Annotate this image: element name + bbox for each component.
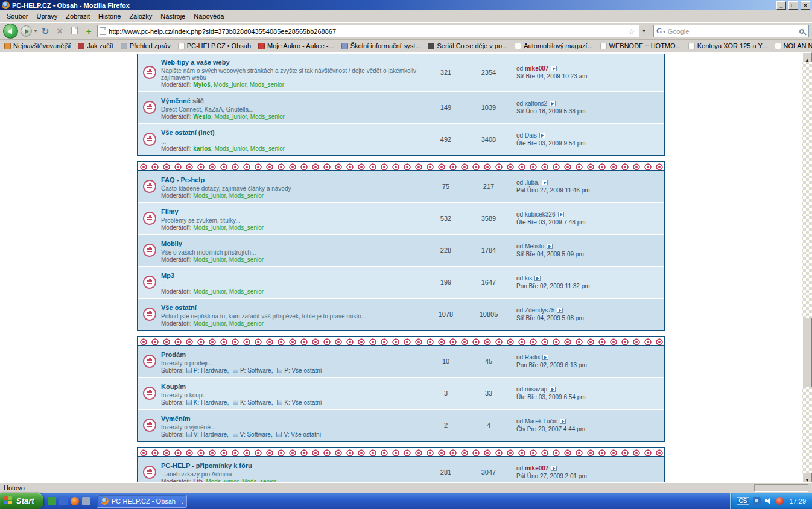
- menu-view[interactable]: Zobrazit: [62, 11, 94, 22]
- search-magnifier-icon[interactable]: [799, 29, 804, 34]
- menu-file[interactable]: Soubor: [2, 11, 32, 22]
- last-poster-link[interactable]: Dais: [525, 132, 537, 139]
- forum-link[interactable]: FAQ - Pc-help: [161, 176, 205, 183]
- menu-bookmarks[interactable]: Záložky: [125, 11, 156, 22]
- subforum-link[interactable]: K: Software: [230, 399, 274, 406]
- subforum-link[interactable]: V: Software: [230, 431, 274, 438]
- moderator-links[interactable]: Mods_junior, Mods_senior: [193, 192, 264, 199]
- maximize-button[interactable]: □: [788, 1, 798, 10]
- minimize-button[interactable]: _: [776, 1, 786, 10]
- keyboard-layout-indicator[interactable]: CS: [737, 497, 750, 505]
- last-poster-link[interactable]: kis: [525, 275, 532, 282]
- moderator-links[interactable]: Mods_junior, Mods_senior: [193, 320, 264, 327]
- last-poster-link[interactable]: Radix: [525, 354, 541, 361]
- quick-launch-icon[interactable]: [71, 497, 79, 505]
- menu-history[interactable]: Historie: [94, 11, 125, 22]
- subforum-link[interactable]: P: Vše ostatní: [274, 367, 322, 374]
- subforum-link[interactable]: K: Vše ostatní: [274, 399, 322, 406]
- url-dropdown-button[interactable]: [639, 25, 649, 37]
- bookmark-item[interactable]: Jak začít: [78, 42, 113, 49]
- subforum-link[interactable]: P: Hardware: [184, 367, 230, 374]
- close-button[interactable]: ×: [801, 1, 810, 10]
- bookmark-star-icon[interactable]: [627, 26, 636, 37]
- goto-last-post-icon[interactable]: [542, 180, 548, 185]
- moderator-links[interactable]: Mods_junior, Mods_senior: [193, 288, 264, 295]
- search-box[interactable]: Google: [653, 25, 809, 37]
- url-bar[interactable]: http://www.pc-help.cz/index.php?sid=373b…: [97, 25, 649, 37]
- goto-last-post-icon[interactable]: [551, 66, 557, 71]
- quick-launch-icon[interactable]: [48, 497, 56, 505]
- back-button[interactable]: [3, 24, 18, 39]
- moderator-links[interactable]: , Mods_junior, Mods_senior: [211, 145, 285, 152]
- quick-launch-icon[interactable]: [59, 497, 68, 505]
- new-tab-icon[interactable]: [83, 25, 95, 37]
- vertical-scrollbar[interactable]: [802, 52, 812, 482]
- page-action-icon[interactable]: [68, 25, 80, 37]
- moderator-link[interactable]: Myloš: [193, 81, 210, 88]
- scroll-up-button[interactable]: [802, 52, 812, 62]
- forum-link[interactable]: Koupím: [161, 383, 186, 390]
- forum-link[interactable]: Vše ostatní (inet): [161, 129, 215, 136]
- bookmark-item[interactable]: NOLAN N103 CLASSI...: [775, 42, 812, 49]
- bookmark-item[interactable]: Seriál Co se děje v po...: [428, 42, 507, 49]
- moderator-link[interactable]: karlos: [193, 145, 211, 152]
- goto-last-post-icon[interactable]: [539, 133, 545, 138]
- subforum-link[interactable]: V: Hardware: [184, 431, 230, 438]
- network-tray-icon[interactable]: [753, 497, 761, 505]
- forum-link[interactable]: PC-HELP - připomínky k fóru: [161, 462, 252, 469]
- volume-tray-icon[interactable]: [764, 497, 772, 505]
- last-poster-link[interactable]: mike007: [525, 465, 548, 472]
- goto-last-post-icon[interactable]: [547, 244, 553, 249]
- goto-last-post-icon[interactable]: [558, 212, 564, 217]
- moderator-link[interactable]: Ltb: [193, 478, 203, 482]
- last-poster-link[interactable]: Zdendys75: [525, 307, 554, 314]
- last-poster-link[interactable]: mike007: [525, 65, 548, 72]
- bookmark-item[interactable]: Přehled zpráv: [121, 42, 171, 49]
- goto-last-post-icon[interactable]: [551, 466, 557, 471]
- goto-last-post-icon[interactable]: [542, 355, 548, 360]
- last-poster-link[interactable]: misazap: [525, 386, 547, 393]
- last-poster-link[interactable]: Mefisto: [525, 243, 544, 250]
- history-dropdown-icon[interactable]: [34, 28, 37, 34]
- moderator-links[interactable]: , Mods_junior, Mods_senior: [203, 478, 276, 482]
- bookmark-item[interactable]: Nejnavštěvovanější: [4, 42, 71, 49]
- forum-link[interactable]: Prodám: [161, 351, 186, 358]
- last-poster-link[interactable]: Marek Lučin: [525, 418, 557, 425]
- moderator-links[interactable]: Mods_junior, Mods_senior: [193, 224, 264, 231]
- bookmark-item[interactable]: Školní informační syst...: [341, 42, 421, 49]
- goto-last-post-icon[interactable]: [550, 387, 556, 392]
- goto-last-post-icon[interactable]: [550, 101, 556, 106]
- moderator-links[interactable]: , Mods_junior, Mods_senior: [211, 113, 285, 120]
- goto-last-post-icon[interactable]: [557, 308, 563, 313]
- last-poster-link[interactable]: xalfons2: [525, 100, 547, 107]
- taskbar-clock[interactable]: 17:29: [789, 498, 806, 505]
- goto-last-post-icon[interactable]: [560, 419, 566, 424]
- scrollbar-thumb[interactable]: [802, 318, 812, 387]
- goto-last-post-icon[interactable]: [534, 276, 541, 281]
- last-poster-link[interactable]: .luba.: [525, 179, 539, 186]
- forum-link[interactable]: Výměnné sítě: [161, 97, 204, 104]
- scroll-down-button[interactable]: [802, 473, 812, 482]
- subforum-link[interactable]: V: Vše ostatní: [274, 431, 321, 438]
- refresh-button[interactable]: [39, 25, 51, 37]
- forum-link[interactable]: Mp3: [161, 272, 174, 279]
- forum-link[interactable]: Filmy: [161, 208, 179, 215]
- moderator-links[interactable]: , Mods_junior, Mods_senior: [211, 81, 284, 88]
- url-text[interactable]: http://www.pc-help.cz/index.php?sid=373b…: [109, 28, 624, 35]
- bookmark-item[interactable]: Kentoya XOR 125 a Y...: [688, 42, 767, 49]
- forum-link[interactable]: Vyměním: [161, 415, 191, 422]
- google-engine-icon[interactable]: [656, 27, 665, 36]
- alert-tray-icon[interactable]: [776, 497, 784, 505]
- taskbar-window-button[interactable]: PC-HELP.CZ • Obsah - ...: [97, 495, 187, 508]
- subforum-link[interactable]: K: Hardware: [184, 399, 230, 406]
- menu-tools[interactable]: Nástroje: [156, 11, 189, 22]
- bookmark-item[interactable]: PC-HELP.CZ • Obsah: [178, 42, 251, 49]
- menu-help[interactable]: Nápověda: [189, 11, 228, 22]
- forum-link[interactable]: Mobily: [161, 240, 182, 247]
- stop-button[interactable]: [54, 25, 66, 37]
- last-poster-link[interactable]: kubicek326: [525, 211, 556, 218]
- forum-link[interactable]: Vše ostatní: [161, 304, 197, 311]
- bookmark-item[interactable]: Moje Aukro - Aukce -...: [258, 42, 334, 49]
- bookmark-item[interactable]: WEBNODE :: HOTMO...: [600, 42, 681, 49]
- moderator-link[interactable]: Weslo: [193, 113, 211, 120]
